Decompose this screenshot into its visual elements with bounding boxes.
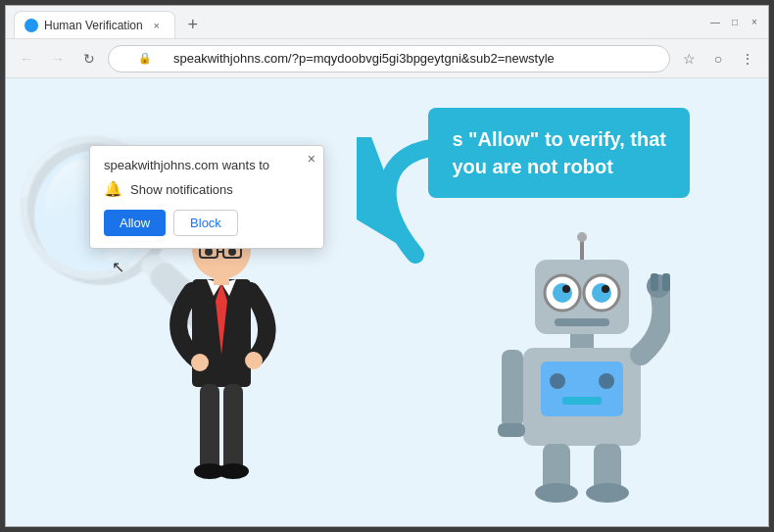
menu-icon[interactable]: ⋮ bbox=[735, 46, 760, 72]
back-button[interactable]: ← bbox=[14, 46, 39, 72]
new-tab-button[interactable]: + bbox=[179, 11, 207, 38]
forward-button[interactable]: → bbox=[45, 46, 71, 72]
svg-point-43 bbox=[586, 483, 629, 503]
arrow-decoration bbox=[357, 137, 464, 268]
close-window-button[interactable]: × bbox=[749, 17, 760, 28]
popup-buttons: Allow Block bbox=[104, 210, 310, 236]
svg-rect-39 bbox=[662, 273, 670, 291]
address-bar[interactable]: 🔒 speakwithjohns.com/?p=mqydoobvgi5gi3bp… bbox=[108, 45, 670, 73]
svg-point-14 bbox=[245, 352, 263, 369]
svg-point-6 bbox=[205, 248, 213, 256]
main-banner: s "Allow" to verify, that you are not ro… bbox=[428, 108, 690, 198]
robot-figure bbox=[494, 232, 670, 507]
svg-rect-34 bbox=[562, 397, 602, 405]
svg-point-25 bbox=[592, 283, 611, 303]
minimize-button[interactable]: — bbox=[709, 17, 721, 28]
svg-rect-35 bbox=[502, 350, 523, 428]
popup-title: speakwithjohns.com wants to bbox=[104, 158, 310, 172]
profile-icon[interactable]: ○ bbox=[705, 46, 731, 72]
block-button[interactable]: Block bbox=[173, 210, 238, 236]
url-text: speakwithjohns.com/?p=mqydoobvgi5gi3bpge… bbox=[156, 51, 555, 66]
maximize-button[interactable]: □ bbox=[729, 17, 741, 28]
svg-rect-28 bbox=[555, 318, 609, 326]
notification-popup: × speakwithjohns.com wants to 🔔 Show not… bbox=[89, 145, 324, 249]
svg-point-27 bbox=[602, 285, 609, 293]
svg-point-42 bbox=[535, 483, 578, 503]
tab-favicon bbox=[24, 19, 38, 32]
svg-point-7 bbox=[228, 248, 236, 256]
active-tab[interactable]: Human Verification × bbox=[14, 11, 175, 38]
svg-point-33 bbox=[599, 373, 614, 389]
allow-button[interactable]: Allow bbox=[104, 210, 166, 236]
banner-line1: s "Allow" to verify, that bbox=[452, 128, 666, 150]
svg-point-26 bbox=[562, 285, 570, 293]
banner-line2: you are not robot bbox=[452, 156, 612, 177]
popup-notification-row: 🔔 Show notifications bbox=[104, 180, 310, 198]
svg-rect-38 bbox=[651, 273, 658, 291]
svg-rect-36 bbox=[498, 423, 525, 437]
human-figure bbox=[143, 213, 300, 507]
titlebar: Human Verification × + — □ × bbox=[6, 6, 768, 39]
svg-point-32 bbox=[550, 373, 565, 389]
tab-area: Human Verification × + bbox=[14, 6, 701, 38]
reload-button[interactable]: ↻ bbox=[76, 46, 102, 72]
bell-icon: 🔔 bbox=[104, 180, 122, 198]
bookmark-icon[interactable]: ☆ bbox=[676, 46, 701, 72]
svg-rect-16 bbox=[223, 384, 243, 472]
svg-rect-31 bbox=[541, 362, 623, 416]
lock-icon: 🔒 bbox=[138, 52, 152, 65]
svg-point-18 bbox=[218, 463, 249, 479]
svg-point-13 bbox=[191, 354, 209, 371]
svg-point-20 bbox=[577, 232, 587, 242]
window-controls: — □ × bbox=[709, 17, 760, 28]
svg-point-24 bbox=[553, 283, 572, 303]
addressbar: ← → ↻ 🔒 speakwithjohns.com/?p=mqydoobvgi… bbox=[6, 39, 768, 78]
address-bar-right: ☆ ○ ⋮ bbox=[676, 46, 760, 72]
svg-rect-12 bbox=[214, 271, 229, 285]
popup-close-button[interactable]: × bbox=[308, 152, 315, 166]
svg-rect-29 bbox=[570, 334, 594, 348]
browser-window: Human Verification × + — □ × ← → ↻ 🔒 spe… bbox=[5, 5, 769, 527]
svg-rect-15 bbox=[200, 384, 219, 472]
page-content: 🔍 s "Allow" to verify, that you are not … bbox=[6, 78, 768, 526]
tab-title: Human Verification bbox=[44, 19, 143, 32]
tab-close-button[interactable]: × bbox=[149, 18, 165, 33]
notification-label: Show notifications bbox=[130, 182, 233, 197]
